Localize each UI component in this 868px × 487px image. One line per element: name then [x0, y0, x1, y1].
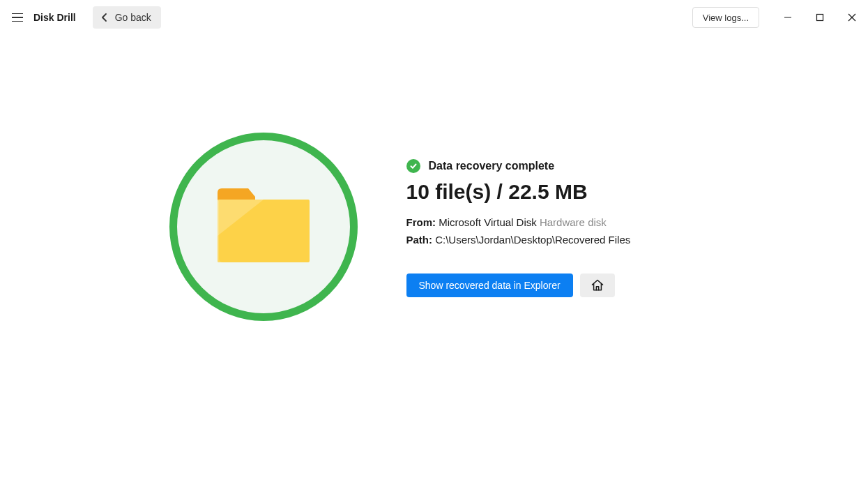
- chevron-left-icon: [100, 13, 109, 22]
- status-text: Data recovery complete: [429, 160, 555, 172]
- close-icon: [848, 13, 856, 22]
- minimize-button[interactable]: [772, 0, 804, 35]
- svg-rect-1: [817, 15, 823, 21]
- path-row: Path: C:\Users\Jordan\Desktop\Recovered …: [406, 234, 699, 246]
- from-label: From:: [406, 216, 436, 228]
- maximize-icon: [816, 13, 824, 22]
- title-bar: Disk Drill Go back View logs...: [0, 0, 868, 35]
- action-row: Show recovered data in Explorer: [406, 274, 699, 297]
- from-type: Hardware disk: [540, 216, 607, 228]
- maximize-button[interactable]: [804, 0, 836, 35]
- show-in-explorer-button[interactable]: Show recovered data in Explorer: [406, 274, 573, 297]
- go-back-button[interactable]: Go back: [93, 6, 161, 29]
- main-content: Data recovery complete 10 file(s) / 22.5…: [0, 35, 868, 321]
- go-back-label: Go back: [115, 12, 151, 23]
- minimize-icon: [784, 13, 792, 22]
- home-button[interactable]: [580, 274, 615, 297]
- from-value: Microsoft Virtual Disk: [439, 216, 537, 228]
- window-controls: View logs...: [692, 0, 868, 35]
- path-value: C:\Users\Jordan\Desktop\Recovered Files: [435, 234, 630, 246]
- from-row: From: Microsoft Virtual Disk Hardware di…: [406, 216, 699, 228]
- home-icon: [591, 278, 604, 292]
- check-circle-icon: [406, 159, 420, 173]
- view-logs-button[interactable]: View logs...: [692, 7, 759, 28]
- folder-icon: [215, 187, 312, 267]
- path-label: Path:: [406, 234, 433, 246]
- success-illustration: [169, 133, 358, 321]
- app-title: Disk Drill: [33, 12, 76, 23]
- recovery-summary: 10 file(s) / 22.5 MB: [406, 180, 699, 204]
- menu-button[interactable]: [7, 7, 28, 28]
- status-row: Data recovery complete: [406, 159, 699, 173]
- result-info: Data recovery complete 10 file(s) / 22.5…: [406, 133, 699, 297]
- close-button[interactable]: [836, 0, 868, 35]
